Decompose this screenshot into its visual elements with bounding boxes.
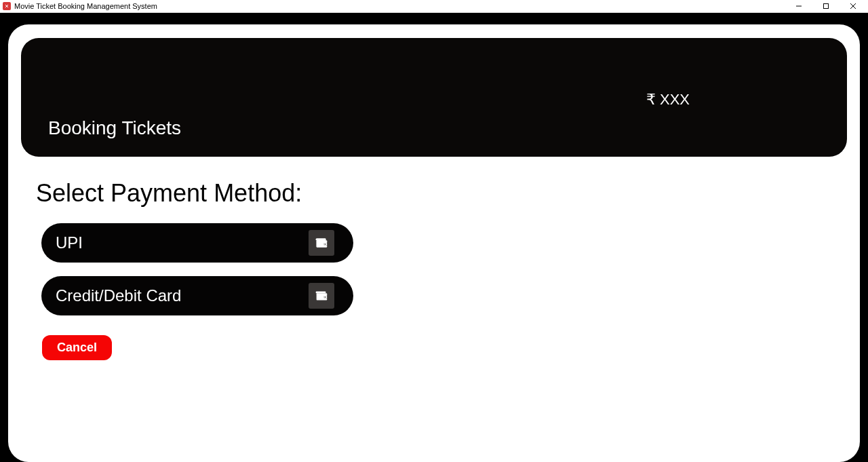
payment-section: Select Payment Method: UPI Credit/Debit … xyxy=(21,157,847,360)
card-label: Credit/Debit Card xyxy=(56,286,181,305)
price-display: ₹ XXX xyxy=(646,91,690,109)
maximize-button[interactable] xyxy=(812,0,840,13)
upi-label: UPI xyxy=(56,233,83,252)
window-title: Movie Ticket Booking Management System xyxy=(14,2,785,10)
payment-option-upi[interactable]: UPI xyxy=(41,223,353,263)
svg-point-13 xyxy=(325,296,326,298)
app-icon xyxy=(3,2,11,10)
window-controls xyxy=(785,0,867,13)
svg-point-8 xyxy=(325,244,326,245)
cancel-button[interactable]: Cancel xyxy=(42,335,112,360)
minimize-button[interactable] xyxy=(785,0,812,13)
page-title: Booking Tickets xyxy=(48,117,181,139)
content-card: ₹ XXX Booking Tickets Select Payment Met… xyxy=(8,24,860,462)
app-background: ₹ XXX Booking Tickets Select Payment Met… xyxy=(0,13,868,462)
booking-header: ₹ XXX Booking Tickets xyxy=(21,38,847,157)
svg-rect-4 xyxy=(316,239,326,241)
svg-rect-9 xyxy=(316,292,326,294)
payment-option-card[interactable]: Credit/Debit Card xyxy=(41,276,353,315)
payment-heading: Select Payment Method: xyxy=(36,179,847,208)
wallet-icon xyxy=(309,283,334,309)
wallet-icon xyxy=(309,230,334,256)
close-button[interactable] xyxy=(840,0,867,13)
window-title-bar: Movie Ticket Booking Management System xyxy=(0,0,868,13)
svg-rect-1 xyxy=(824,4,829,9)
